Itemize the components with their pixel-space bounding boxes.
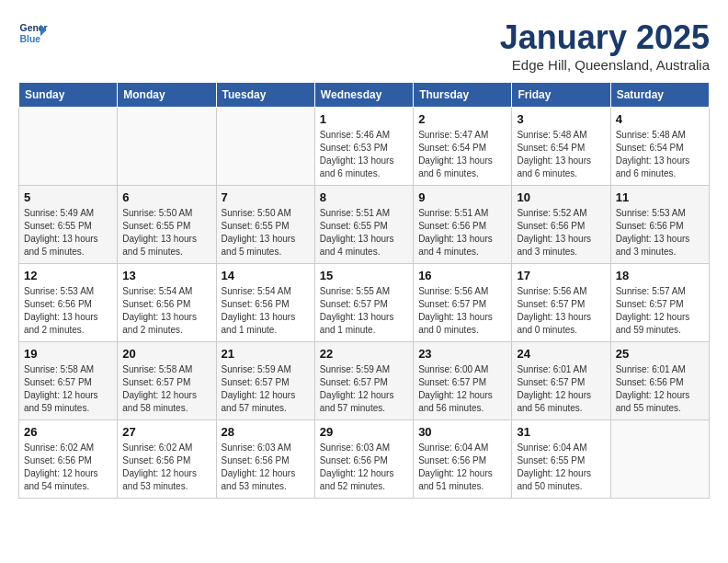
day-info: Sunrise: 5:59 AM Sunset: 6:57 PM Dayligh… [320,363,408,415]
day-number: 30 [418,425,506,439]
day-number: 2 [418,112,506,126]
day-cell: 17Sunrise: 5:56 AM Sunset: 6:57 PM Dayli… [512,264,610,342]
day-cell: 9Sunrise: 5:51 AM Sunset: 6:56 PM Daylig… [414,186,512,264]
day-cell: 7Sunrise: 5:50 AM Sunset: 6:55 PM Daylig… [216,186,314,264]
day-cell: 21Sunrise: 5:59 AM Sunset: 6:57 PM Dayli… [216,342,314,420]
day-info: Sunrise: 6:03 AM Sunset: 6:56 PM Dayligh… [222,442,310,493]
day-cell: 25Sunrise: 6:01 AM Sunset: 6:56 PM Dayli… [610,342,709,420]
col-header-saturday: Saturday [610,83,709,108]
day-info: Sunrise: 6:00 AM Sunset: 6:57 PM Dayligh… [418,363,506,415]
day-info: Sunrise: 5:49 AM Sunset: 6:55 PM Dayligh… [24,207,112,259]
day-number: 12 [24,269,112,282]
day-number: 10 [517,190,605,204]
col-header-monday: Monday [118,83,216,108]
day-cell: 29Sunrise: 6:03 AM Sunset: 6:56 PM Dayli… [314,420,413,499]
day-info: Sunrise: 5:56 AM Sunset: 6:57 PM Dayligh… [418,285,506,337]
day-number: 21 [222,347,310,361]
day-number: 31 [517,425,605,439]
day-number: 8 [320,190,408,204]
day-cell: 18Sunrise: 5:57 AM Sunset: 6:57 PM Dayli… [610,264,709,342]
day-number: 5 [24,190,112,204]
day-cell: 30Sunrise: 6:04 AM Sunset: 6:56 PM Dayli… [414,420,512,499]
day-number: 23 [418,347,506,361]
day-cell: 3Sunrise: 5:48 AM Sunset: 6:54 PM Daylig… [512,108,610,186]
day-cell: 13Sunrise: 5:54 AM Sunset: 6:56 PM Dayli… [118,264,216,342]
day-cell: 14Sunrise: 5:54 AM Sunset: 6:56 PM Dayli… [216,264,314,342]
day-info: Sunrise: 5:56 AM Sunset: 6:57 PM Dayligh… [517,285,605,337]
calendar-table: SundayMondayTuesdayWednesdayThursdayFrid… [18,82,710,499]
day-cell: 23Sunrise: 6:00 AM Sunset: 6:57 PM Dayli… [414,342,512,420]
day-cell: 2Sunrise: 5:47 AM Sunset: 6:54 PM Daylig… [414,108,512,186]
day-number: 26 [24,425,112,439]
day-cell: 26Sunrise: 6:02 AM Sunset: 6:56 PM Dayli… [19,420,118,499]
day-cell [118,108,216,186]
day-info: Sunrise: 5:58 AM Sunset: 6:57 PM Dayligh… [24,363,112,415]
day-number: 16 [418,269,506,282]
day-info: Sunrise: 6:01 AM Sunset: 6:57 PM Dayligh… [517,363,605,415]
day-info: Sunrise: 5:47 AM Sunset: 6:54 PM Dayligh… [418,129,506,180]
day-number: 6 [122,190,210,204]
day-cell: 4Sunrise: 5:48 AM Sunset: 6:54 PM Daylig… [610,108,709,186]
day-number: 27 [122,425,210,439]
location-subtitle: Edge Hill, Queensland, Australia [500,57,710,73]
day-info: Sunrise: 5:50 AM Sunset: 6:55 PM Dayligh… [222,207,310,259]
day-cell: 5Sunrise: 5:49 AM Sunset: 6:55 PM Daylig… [19,186,118,264]
day-number: 18 [616,269,704,282]
title-area: January 2025 Edge Hill, Queensland, Aust… [500,18,710,73]
week-row-5: 26Sunrise: 6:02 AM Sunset: 6:56 PM Dayli… [19,420,710,499]
day-number: 22 [320,347,408,361]
col-header-wednesday: Wednesday [314,83,413,108]
day-number: 25 [616,347,704,361]
day-number: 4 [616,112,704,126]
header: General Blue January 2025 Edge Hill, Que… [18,18,710,73]
col-header-thursday: Thursday [414,83,512,108]
day-info: Sunrise: 6:02 AM Sunset: 6:56 PM Dayligh… [24,442,112,493]
day-info: Sunrise: 6:01 AM Sunset: 6:56 PM Dayligh… [616,363,704,415]
svg-text:Blue: Blue [20,34,41,44]
day-number: 14 [222,269,310,282]
day-cell: 6Sunrise: 5:50 AM Sunset: 6:55 PM Daylig… [118,186,216,264]
day-cell: 27Sunrise: 6:02 AM Sunset: 6:56 PM Dayli… [118,420,216,499]
day-info: Sunrise: 5:51 AM Sunset: 6:56 PM Dayligh… [418,207,506,259]
week-row-4: 19Sunrise: 5:58 AM Sunset: 6:57 PM Dayli… [19,342,710,420]
day-number: 11 [616,190,704,204]
day-cell: 8Sunrise: 5:51 AM Sunset: 6:55 PM Daylig… [314,186,413,264]
day-number: 29 [320,425,408,439]
day-number: 13 [122,269,210,282]
day-info: Sunrise: 5:48 AM Sunset: 6:54 PM Dayligh… [616,129,704,180]
day-info: Sunrise: 5:48 AM Sunset: 6:54 PM Dayligh… [517,129,605,180]
day-info: Sunrise: 5:52 AM Sunset: 6:56 PM Dayligh… [517,207,605,259]
day-number: 20 [122,347,210,361]
day-cell: 12Sunrise: 5:53 AM Sunset: 6:56 PM Dayli… [19,264,118,342]
day-info: Sunrise: 5:57 AM Sunset: 6:57 PM Dayligh… [616,285,704,337]
day-info: Sunrise: 5:53 AM Sunset: 6:56 PM Dayligh… [616,207,704,259]
day-info: Sunrise: 5:55 AM Sunset: 6:57 PM Dayligh… [320,285,408,337]
day-number: 28 [222,425,310,439]
day-info: Sunrise: 5:51 AM Sunset: 6:55 PM Dayligh… [320,207,408,259]
month-title: January 2025 [500,18,710,57]
day-cell: 24Sunrise: 6:01 AM Sunset: 6:57 PM Dayli… [512,342,610,420]
day-info: Sunrise: 5:58 AM Sunset: 6:57 PM Dayligh… [122,363,210,415]
day-number: 1 [320,112,408,126]
day-cell: 22Sunrise: 5:59 AM Sunset: 6:57 PM Dayli… [314,342,413,420]
week-row-3: 12Sunrise: 5:53 AM Sunset: 6:56 PM Dayli… [19,264,710,342]
day-info: Sunrise: 5:53 AM Sunset: 6:56 PM Dayligh… [24,285,112,337]
day-cell: 10Sunrise: 5:52 AM Sunset: 6:56 PM Dayli… [512,186,610,264]
day-cell: 20Sunrise: 5:58 AM Sunset: 6:57 PM Dayli… [118,342,216,420]
day-cell [216,108,314,186]
week-row-1: 1Sunrise: 5:46 AM Sunset: 6:53 PM Daylig… [19,108,710,186]
col-header-friday: Friday [512,83,610,108]
day-number: 19 [24,347,112,361]
day-info: Sunrise: 5:54 AM Sunset: 6:56 PM Dayligh… [122,285,210,337]
day-info: Sunrise: 5:46 AM Sunset: 6:53 PM Dayligh… [320,129,408,180]
day-number: 7 [222,190,310,204]
day-info: Sunrise: 5:50 AM Sunset: 6:55 PM Dayligh… [122,207,210,259]
day-number: 15 [320,269,408,282]
day-cell: 31Sunrise: 6:04 AM Sunset: 6:55 PM Dayli… [512,420,610,499]
day-cell: 11Sunrise: 5:53 AM Sunset: 6:56 PM Dayli… [610,186,709,264]
day-info: Sunrise: 6:02 AM Sunset: 6:56 PM Dayligh… [122,442,210,493]
day-cell: 28Sunrise: 6:03 AM Sunset: 6:56 PM Dayli… [216,420,314,499]
logo-icon: General Blue [18,18,48,48]
day-cell: 1Sunrise: 5:46 AM Sunset: 6:53 PM Daylig… [314,108,413,186]
day-number: 9 [418,190,506,204]
